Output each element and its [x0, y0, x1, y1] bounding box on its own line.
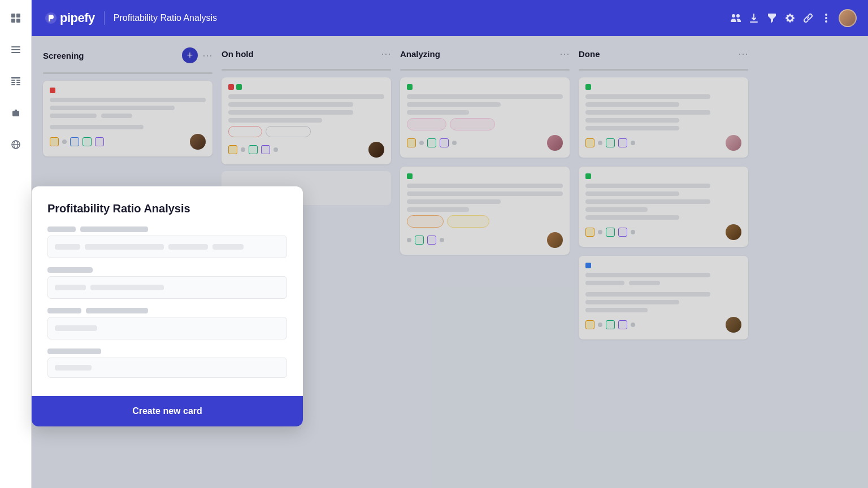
- skeleton: [228, 102, 353, 107]
- column-analyzing: Analyzing ⋯: [400, 45, 570, 479]
- card-icon-teal: [249, 145, 258, 154]
- form-label-row: [47, 267, 287, 273]
- card-avatar: [547, 135, 563, 151]
- card-icon-circle: [62, 140, 67, 144]
- modal-footer: Create new card: [32, 396, 303, 426]
- form-group-1: [47, 226, 287, 258]
- input-skel: [90, 285, 164, 290]
- column-header-screening: Screening + ⋯: [43, 45, 212, 68]
- skeleton: [585, 281, 624, 285]
- card-avatar: [726, 135, 741, 151]
- skeleton: [585, 110, 710, 115]
- card-on-hold-1: [222, 77, 391, 164]
- column-more-on-hold[interactable]: ⋯: [381, 47, 391, 60]
- card-icon-orange: [585, 138, 594, 147]
- logo[interactable]: pipefy: [43, 10, 95, 26]
- card-screening-1: [43, 81, 212, 156]
- card-icon-orange: [585, 228, 594, 237]
- skeleton: [585, 215, 679, 220]
- skeleton: [585, 207, 648, 212]
- sidebar-icon-globe[interactable]: [7, 136, 25, 154]
- card-avatar: [368, 142, 384, 158]
- column-line-on-hold: [222, 69, 391, 71]
- column-more-screening[interactable]: ⋯: [202, 49, 212, 62]
- card-done-2: [579, 167, 748, 247]
- form-group-4: [47, 348, 287, 378]
- svg-rect-13: [16, 84, 20, 85]
- svg-rect-4: [11, 46, 20, 47]
- skeleton: [585, 184, 710, 188]
- card-footer: [228, 142, 384, 158]
- card-done-1: [579, 77, 748, 158]
- card-icon-circle: [598, 230, 602, 234]
- skeleton: [407, 199, 501, 204]
- card-icon-circle2: [631, 141, 635, 145]
- tags-row: [407, 118, 563, 130]
- sidebar-icon-list[interactable]: [7, 41, 25, 59]
- create-new-card-button[interactable]: Create new card: [132, 406, 202, 416]
- card-icons: [407, 138, 457, 147]
- sidebar-icon-table[interactable]: [7, 72, 25, 90]
- tag-pill: [228, 126, 262, 137]
- card-icons: [407, 236, 444, 245]
- tag-pill-pink2: [450, 118, 495, 130]
- card-icon-circle: [241, 147, 245, 152]
- card-icon-teal: [415, 236, 424, 245]
- sidebar-icon-bot[interactable]: [7, 104, 25, 122]
- skeleton: [585, 292, 710, 297]
- user-avatar[interactable]: [839, 9, 857, 27]
- filter-icon[interactable]: [766, 12, 778, 24]
- export-icon[interactable]: [748, 12, 760, 24]
- header-divider: [104, 11, 105, 25]
- card-icon-orange: [50, 137, 59, 146]
- svg-rect-11: [16, 82, 20, 83]
- skeleton: [407, 110, 469, 115]
- column-more-analyzing[interactable]: ⋯: [559, 47, 570, 60]
- form-input-1[interactable]: [47, 236, 287, 258]
- skeleton: [101, 114, 132, 118]
- skeleton: [228, 110, 353, 115]
- card-icon-orange: [407, 138, 416, 147]
- input-skel: [85, 244, 164, 250]
- card-dot-green: [236, 84, 242, 90]
- card-icons: [50, 137, 104, 146]
- skeleton: [585, 191, 679, 196]
- card-icon-purple: [440, 138, 449, 147]
- tag-pill-orange: [407, 215, 444, 228]
- skeleton: [585, 94, 710, 99]
- input-skel: [212, 244, 244, 250]
- column-add-button-screening[interactable]: +: [182, 47, 198, 63]
- form-input-2[interactable]: [47, 276, 287, 299]
- form-input-4[interactable]: [47, 358, 287, 378]
- svg-point-16: [14, 113, 15, 115]
- card-icon-purple: [427, 236, 436, 245]
- settings-icon[interactable]: [784, 12, 796, 24]
- column-line-done: [579, 69, 748, 71]
- header-more-icon[interactable]: [821, 12, 832, 24]
- sidebar-icon-grid[interactable]: [7, 9, 25, 27]
- input-skel: [55, 325, 97, 331]
- skeleton: [407, 191, 563, 196]
- card-dot-blue: [585, 263, 591, 268]
- header-actions: [730, 9, 857, 27]
- label-skel: [47, 348, 101, 354]
- card-icon-circle: [598, 323, 602, 327]
- input-skel: [55, 365, 92, 371]
- column-more-done[interactable]: ⋯: [738, 47, 748, 60]
- card-icon-circle: [598, 141, 602, 145]
- svg-rect-10: [11, 82, 15, 83]
- skeleton: [585, 308, 648, 312]
- header-title: Profitability Ratio Analysis: [114, 13, 217, 23]
- card-icon-circle2: [631, 323, 635, 327]
- column-line-analyzing: [400, 69, 570, 71]
- card-icon-blue: [70, 137, 79, 146]
- card-icon-purple: [95, 137, 104, 146]
- card-icon-circle: [407, 238, 411, 242]
- card-icons: [228, 145, 278, 154]
- tag-pill-pink: [407, 118, 446, 130]
- link-icon[interactable]: [802, 12, 814, 24]
- form-input-3[interactable]: [47, 317, 287, 339]
- card-icons: [585, 138, 635, 147]
- card-avatar: [190, 134, 206, 150]
- users-icon[interactable]: [730, 12, 741, 24]
